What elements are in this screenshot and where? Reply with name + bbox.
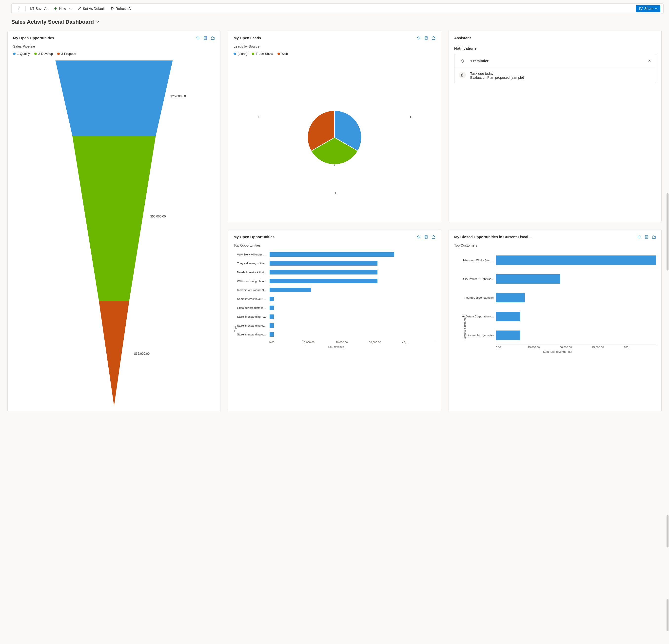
- bar-track: [269, 313, 435, 320]
- refresh-icon[interactable]: [417, 36, 421, 40]
- x-axis: 0.0010,000.0020,000.0030,000.0040,...: [269, 340, 435, 344]
- notification-item[interactable]: Task due today Evaluation Plan proposed …: [454, 68, 656, 83]
- funnel-value-label: $55,000.00: [150, 215, 166, 218]
- bar-category-label: Fourth Coffee (sample): [459, 296, 496, 299]
- back-button[interactable]: [15, 5, 24, 12]
- bar-row: Fourth Coffee (sample): [459, 288, 656, 307]
- bar-row: They sell many of the s...: [237, 260, 435, 267]
- legend-swatch-orange: [57, 53, 60, 55]
- set-default-label: Set As Default: [83, 7, 105, 11]
- legend-swatch-green: [252, 53, 254, 55]
- bar-row: City Power & Light (sa...: [459, 270, 656, 288]
- bar-fill[interactable]: [270, 297, 274, 301]
- bar-category-label: Some interest in our pr...: [237, 298, 269, 300]
- funnel-legend: 1-Qualify 2-Develop 3-Propose: [13, 52, 215, 56]
- command-bar: Save As New Set As Default Refresh All S…: [11, 3, 664, 14]
- bar-fill[interactable]: [496, 293, 525, 302]
- bar-track: [496, 288, 656, 307]
- funnel-segment-develop[interactable]: [72, 136, 156, 301]
- card-actions: [417, 36, 436, 40]
- bar-fill[interactable]: [270, 270, 378, 274]
- bar-track: [496, 251, 656, 270]
- bar-fill[interactable]: [496, 312, 520, 321]
- records-icon[interactable]: [424, 235, 428, 239]
- bar-track: [269, 251, 435, 258]
- dashboard-picker[interactable]: [96, 20, 100, 25]
- funnel-segment-qualify[interactable]: [55, 60, 173, 136]
- legend-swatch-green: [34, 53, 37, 55]
- records-icon[interactable]: [203, 36, 208, 40]
- bar-row: Store is expanding - se...: [237, 313, 435, 320]
- x-tick: 20,000.00: [336, 341, 369, 344]
- chevron-up-icon[interactable]: [648, 59, 651, 63]
- expand-icon[interactable]: [652, 235, 656, 239]
- x-axis: 0.0025,000.0050,000.0075,000.00100...: [496, 345, 656, 349]
- bar-track: [269, 304, 435, 312]
- bar-fill[interactable]: [270, 323, 274, 328]
- expand-icon[interactable]: [211, 36, 215, 40]
- bar-track: [269, 295, 435, 303]
- card-actions: [196, 36, 215, 40]
- notification-header[interactable]: 1 reminder: [454, 54, 656, 68]
- x-tick: 0.00: [269, 341, 302, 344]
- set-default-button[interactable]: Set As Default: [75, 5, 107, 12]
- legend-label: Trade Show: [256, 52, 273, 56]
- legend-swatch-blue: [233, 53, 236, 55]
- bar-fill[interactable]: [496, 330, 520, 340]
- bar-track: [269, 277, 435, 285]
- bar-row: Adventure Works (sam...: [459, 251, 656, 270]
- bar-fill[interactable]: [270, 314, 274, 319]
- expand-icon[interactable]: [431, 235, 436, 239]
- card-open-leads: My Open Leads Leads by Source (blank) Tr…: [228, 31, 441, 222]
- bar-fill[interactable]: [270, 305, 274, 310]
- card-subtitle: Top Opportunities: [233, 243, 435, 247]
- x-tick: 40,...: [402, 341, 436, 344]
- funnel-chart: $25,000.00 $55,000.00 $36,000.00: [13, 58, 215, 406]
- bar-fill[interactable]: [270, 261, 378, 266]
- bar-fill[interactable]: [496, 256, 656, 265]
- bar-row: 6 orders of Product SK...: [237, 286, 435, 294]
- task-title: Task due today: [470, 72, 524, 75]
- bar-category-label: City Power & Light (sa...: [459, 277, 496, 281]
- funnel-value-label: $36,000.00: [134, 352, 150, 356]
- legend-item: 1-Qualify: [13, 52, 30, 56]
- card-actions: [417, 235, 436, 239]
- refresh-icon[interactable]: [637, 235, 641, 239]
- bar-row: Likes our products (sa...: [237, 304, 435, 312]
- notification-card: 1 reminder Task due today Evaluation Pla…: [454, 54, 656, 83]
- bar-fill[interactable]: [270, 279, 378, 283]
- card-top-opportunities: My Open Opportunities Top Opportunities …: [228, 230, 441, 411]
- x-tick: 10,000.00: [302, 341, 336, 344]
- card-title: My Open Leads: [233, 36, 416, 40]
- bar-track: [269, 286, 435, 294]
- records-icon[interactable]: [424, 36, 428, 40]
- records-icon[interactable]: [644, 235, 649, 239]
- refresh-icon[interactable]: [417, 235, 421, 239]
- bar-category-label: Store is expanding opty3: [237, 333, 269, 336]
- bar-fill[interactable]: [270, 252, 394, 257]
- bar-track: [496, 326, 656, 345]
- bar-category-label: Adventure Works (sam...: [459, 259, 496, 262]
- legend-item: 2-Develop: [34, 52, 53, 56]
- bar-track: [269, 322, 435, 329]
- scrollbar-thumb[interactable]: [667, 193, 669, 271]
- share-button[interactable]: Share: [636, 5, 660, 12]
- expand-icon[interactable]: [431, 36, 436, 40]
- bar-row: Will be ordering about ...: [237, 277, 435, 285]
- reminder-count: 1 reminder: [470, 59, 643, 63]
- refresh-icon[interactable]: [196, 36, 200, 40]
- card-title: My Open Opportunities: [13, 36, 196, 40]
- save-as-button[interactable]: Save As: [28, 5, 51, 12]
- new-button[interactable]: New: [51, 5, 74, 12]
- bar-fill[interactable]: [270, 332, 274, 337]
- bar-category-label: Likes our products (sa...: [237, 306, 269, 309]
- funnel-value-label: $25,000.00: [171, 95, 186, 98]
- bar-fill[interactable]: [496, 274, 560, 284]
- legend-item: (blank): [233, 52, 247, 56]
- chevron-down-icon: [655, 8, 657, 10]
- refresh-all-button[interactable]: Refresh All: [108, 5, 135, 12]
- pie-value-label: 1: [334, 191, 336, 195]
- bar-fill[interactable]: [270, 288, 311, 292]
- funnel-segment-propose[interactable]: [99, 301, 129, 406]
- plus-icon: [54, 7, 58, 11]
